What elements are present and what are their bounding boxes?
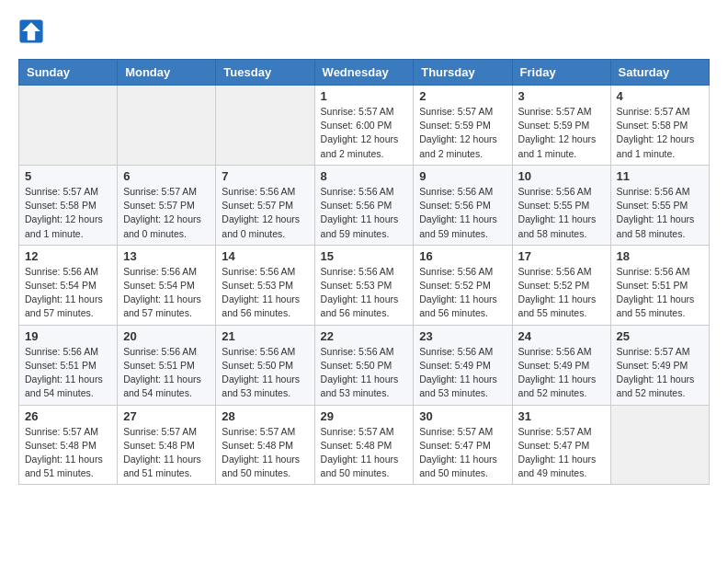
calendar-table: SundayMondayTuesdayWednesdayThursdayFrid… [18,59,710,485]
logo [18,18,48,44]
calendar-header-saturday: Saturday [610,60,709,86]
calendar-header-sunday: Sunday [19,60,118,86]
day-number: 30 [419,409,506,423]
day-info: Sunrise: 5:56 AMSunset: 5:51 PMDaylight:… [25,345,111,401]
calendar-cell: 30Sunrise: 5:57 AMSunset: 5:47 PMDayligh… [414,405,512,485]
day-number: 13 [123,249,210,263]
calendar-cell: 11Sunrise: 5:56 AMSunset: 5:55 PMDayligh… [610,165,709,245]
calendar-cell: 28Sunrise: 5:57 AMSunset: 5:48 PMDayligh… [216,405,314,485]
calendar-cell: 2Sunrise: 5:57 AMSunset: 5:59 PMDaylight… [414,86,512,166]
day-info: Sunrise: 5:56 AMSunset: 5:55 PMDaylight:… [617,185,703,241]
day-info: Sunrise: 5:57 AMSunset: 5:48 PMDaylight:… [222,425,308,481]
day-info: Sunrise: 5:56 AMSunset: 5:57 PMDaylight:… [222,185,308,241]
calendar-cell: 7Sunrise: 5:56 AMSunset: 5:57 PMDaylight… [216,165,314,245]
calendar-cell: 6Sunrise: 5:57 AMSunset: 5:57 PMDaylight… [118,165,216,245]
calendar-cell: 23Sunrise: 5:56 AMSunset: 5:49 PMDayligh… [414,325,512,405]
calendar-header-row: SundayMondayTuesdayWednesdayThursdayFrid… [19,60,710,86]
calendar-cell: 17Sunrise: 5:56 AMSunset: 5:52 PMDayligh… [512,245,610,325]
day-number: 3 [518,89,605,103]
day-number: 22 [321,329,408,343]
day-info: Sunrise: 5:57 AMSunset: 5:57 PMDaylight:… [123,185,210,241]
calendar-week-row: 5Sunrise: 5:57 AMSunset: 5:58 PMDaylight… [19,165,710,245]
day-info: Sunrise: 5:57 AMSunset: 5:58 PMDaylight:… [617,105,703,161]
day-number: 2 [419,89,506,103]
day-number: 21 [222,329,308,343]
calendar-header-monday: Monday [118,60,216,86]
day-number: 26 [25,409,111,423]
calendar-cell [19,86,118,166]
calendar-cell: 19Sunrise: 5:56 AMSunset: 5:51 PMDayligh… [19,325,118,405]
page-header [18,18,710,44]
day-number: 16 [419,249,506,263]
day-info: Sunrise: 5:57 AMSunset: 5:59 PMDaylight:… [419,105,506,161]
day-number: 6 [123,169,210,183]
calendar-cell: 4Sunrise: 5:57 AMSunset: 5:58 PMDaylight… [610,86,709,166]
day-info: Sunrise: 5:56 AMSunset: 5:53 PMDaylight:… [222,265,308,321]
calendar-header-thursday: Thursday [414,60,512,86]
calendar-cell: 18Sunrise: 5:56 AMSunset: 5:51 PMDayligh… [610,245,709,325]
day-info: Sunrise: 5:56 AMSunset: 5:52 PMDaylight:… [518,265,605,321]
calendar-cell: 26Sunrise: 5:57 AMSunset: 5:48 PMDayligh… [19,405,118,485]
calendar-cell: 31Sunrise: 5:57 AMSunset: 5:47 PMDayligh… [512,405,610,485]
day-info: Sunrise: 5:56 AMSunset: 5:49 PMDaylight:… [518,345,605,401]
calendar-cell: 21Sunrise: 5:56 AMSunset: 5:50 PMDayligh… [216,325,314,405]
day-number: 10 [518,169,605,183]
day-info: Sunrise: 5:56 AMSunset: 5:55 PMDaylight:… [518,185,605,241]
day-info: Sunrise: 5:57 AMSunset: 5:49 PMDaylight:… [617,345,703,401]
calendar-cell: 15Sunrise: 5:56 AMSunset: 5:53 PMDayligh… [314,245,414,325]
day-info: Sunrise: 5:56 AMSunset: 5:56 PMDaylight:… [419,185,506,241]
calendar-cell: 29Sunrise: 5:57 AMSunset: 5:48 PMDayligh… [314,405,414,485]
day-info: Sunrise: 5:57 AMSunset: 5:59 PMDaylight:… [518,105,605,161]
day-info: Sunrise: 5:56 AMSunset: 5:52 PMDaylight:… [419,265,506,321]
day-number: 1 [321,89,408,103]
day-info: Sunrise: 5:57 AMSunset: 5:47 PMDaylight:… [518,425,605,481]
calendar-cell: 24Sunrise: 5:56 AMSunset: 5:49 PMDayligh… [512,325,610,405]
day-number: 15 [321,249,408,263]
day-info: Sunrise: 5:56 AMSunset: 5:54 PMDaylight:… [123,265,210,321]
day-number: 11 [617,169,703,183]
day-number: 18 [617,249,703,263]
calendar-cell: 8Sunrise: 5:56 AMSunset: 5:56 PMDaylight… [314,165,414,245]
day-number: 5 [25,169,111,183]
day-info: Sunrise: 5:56 AMSunset: 5:50 PMDaylight:… [321,345,408,401]
calendar-cell [216,86,314,166]
calendar-cell [118,86,216,166]
day-info: Sunrise: 5:56 AMSunset: 5:56 PMDaylight:… [321,185,408,241]
calendar-cell: 27Sunrise: 5:57 AMSunset: 5:48 PMDayligh… [118,405,216,485]
day-info: Sunrise: 5:57 AMSunset: 5:48 PMDaylight:… [25,425,111,481]
day-info: Sunrise: 5:56 AMSunset: 5:51 PMDaylight:… [617,265,703,321]
calendar-header-friday: Friday [512,60,610,86]
calendar-cell: 14Sunrise: 5:56 AMSunset: 5:53 PMDayligh… [216,245,314,325]
calendar-cell [610,405,709,485]
day-number: 29 [321,409,408,423]
calendar-cell: 16Sunrise: 5:56 AMSunset: 5:52 PMDayligh… [414,245,512,325]
calendar-cell: 20Sunrise: 5:56 AMSunset: 5:51 PMDayligh… [118,325,216,405]
calendar-cell: 13Sunrise: 5:56 AMSunset: 5:54 PMDayligh… [118,245,216,325]
day-number: 4 [617,89,703,103]
day-info: Sunrise: 5:57 AMSunset: 5:47 PMDaylight:… [419,425,506,481]
calendar-header-tuesday: Tuesday [216,60,314,86]
calendar-cell: 22Sunrise: 5:56 AMSunset: 5:50 PMDayligh… [314,325,414,405]
calendar-week-row: 12Sunrise: 5:56 AMSunset: 5:54 PMDayligh… [19,245,710,325]
day-info: Sunrise: 5:57 AMSunset: 5:48 PMDaylight:… [321,425,408,481]
day-number: 20 [123,329,210,343]
day-info: Sunrise: 5:56 AMSunset: 5:50 PMDaylight:… [222,345,308,401]
day-number: 24 [518,329,605,343]
day-info: Sunrise: 5:57 AMSunset: 5:48 PMDaylight:… [123,425,210,481]
day-info: Sunrise: 5:57 AMSunset: 5:58 PMDaylight:… [25,185,111,241]
calendar-week-row: 1Sunrise: 5:57 AMSunset: 6:00 PMDaylight… [19,86,710,166]
calendar-cell: 1Sunrise: 5:57 AMSunset: 6:00 PMDaylight… [314,86,414,166]
day-info: Sunrise: 5:56 AMSunset: 5:49 PMDaylight:… [419,345,506,401]
day-number: 25 [617,329,703,343]
calendar-cell: 12Sunrise: 5:56 AMSunset: 5:54 PMDayligh… [19,245,118,325]
day-info: Sunrise: 5:56 AMSunset: 5:51 PMDaylight:… [123,345,210,401]
calendar-week-row: 19Sunrise: 5:56 AMSunset: 5:51 PMDayligh… [19,325,710,405]
day-number: 12 [25,249,111,263]
day-info: Sunrise: 5:56 AMSunset: 5:54 PMDaylight:… [25,265,111,321]
day-number: 17 [518,249,605,263]
day-number: 31 [518,409,605,423]
day-number: 27 [123,409,210,423]
calendar-week-row: 26Sunrise: 5:57 AMSunset: 5:48 PMDayligh… [19,405,710,485]
calendar-cell: 3Sunrise: 5:57 AMSunset: 5:59 PMDaylight… [512,86,610,166]
day-number: 7 [222,169,308,183]
